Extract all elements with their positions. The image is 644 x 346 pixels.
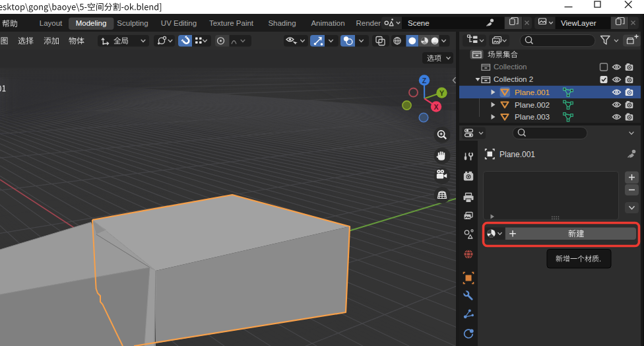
svg-text:Shading: Shading bbox=[268, 19, 296, 27]
svg-text:Plane.003: Plane.003 bbox=[515, 112, 550, 121]
svg-text:Plane.001: Plane.001 bbox=[499, 150, 535, 159]
svg-text:Sculpting: Sculpting bbox=[117, 19, 148, 27]
svg-text:X: X bbox=[434, 103, 438, 111]
svg-text:Y: Y bbox=[439, 89, 444, 97]
svg-text:Collection: Collection bbox=[494, 63, 527, 71]
svg-text:Scene: Scene bbox=[408, 19, 430, 27]
svg-text:Texture Paint: Texture Paint bbox=[209, 19, 254, 27]
svg-text:Plane.002: Plane.002 bbox=[515, 100, 550, 110]
svg-text:Collection 2: Collection 2 bbox=[494, 75, 533, 83]
svg-text:Layout: Layout bbox=[40, 19, 63, 27]
svg-text:Plane.001: Plane.001 bbox=[515, 88, 550, 97]
svg-text:Modeling: Modeling bbox=[76, 19, 107, 27]
svg-text:Z: Z bbox=[422, 77, 427, 85]
svg-text:UV Editing: UV Editing bbox=[161, 19, 197, 27]
svg-text:Animation: Animation bbox=[311, 19, 344, 27]
svg-text:ViewLayer: ViewLayer bbox=[561, 19, 596, 27]
